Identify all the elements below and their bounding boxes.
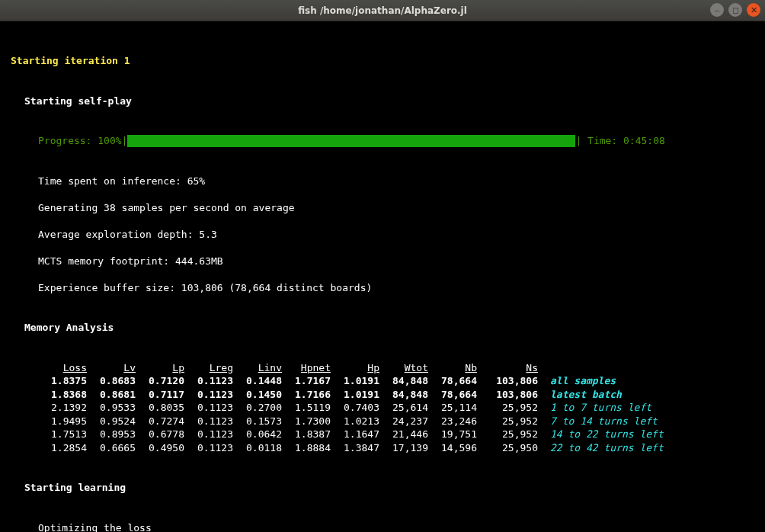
table-row: 1.83750.86830.71200.11230.14481.71671.01… bbox=[0, 374, 765, 388]
selfplay-stat: Experience buffer size: 103,806 (78,664 … bbox=[0, 281, 765, 295]
table-cell: 1.9495 bbox=[38, 415, 87, 428]
row-note: 1 to 7 turns left bbox=[538, 401, 651, 415]
table-header: LossLvLpLregLinvHpnetHpWtotNbNs bbox=[0, 361, 765, 375]
table-cell: 1.8368 bbox=[38, 388, 87, 402]
table-cell: 0.1573 bbox=[233, 415, 282, 428]
table-cell: 0.1123 bbox=[184, 415, 233, 428]
selfplay-stat: Time spent on inference: 65% bbox=[0, 175, 765, 188]
terminal-output: Starting iteration 1 Starting self-play … bbox=[0, 21, 765, 532]
table-cell: 0.2700 bbox=[233, 401, 282, 415]
table-cell: 0.0118 bbox=[233, 441, 282, 455]
table-cell: 1.2854 bbox=[38, 441, 87, 455]
window-titlebar: fish /home/jonathan/AlphaZero.jl – ◻ ✕ bbox=[0, 0, 765, 21]
table-cell: 19,751 bbox=[428, 428, 477, 441]
table-row: 1.75130.89530.67780.11230.06421.83871.16… bbox=[0, 428, 765, 441]
table-cell: 25,952 bbox=[477, 401, 538, 415]
table-cell: 0.1123 bbox=[184, 374, 233, 388]
table-cell: 1.7300 bbox=[282, 415, 331, 428]
column-header: Nb bbox=[428, 361, 477, 375]
table-cell: 1.8884 bbox=[282, 441, 331, 455]
table-cell: 103,806 bbox=[477, 374, 538, 388]
table-cell: 0.7120 bbox=[136, 374, 184, 388]
optimizing-header: Optimizing the loss bbox=[0, 521, 765, 533]
selfplay-stat: MCTS memory footprint: 444.63MB bbox=[0, 255, 765, 268]
table-cell: 1.5119 bbox=[282, 401, 331, 415]
table-cell: 1.8387 bbox=[282, 428, 331, 441]
table-cell: 1.7167 bbox=[282, 374, 331, 388]
table-cell: 0.6665 bbox=[87, 441, 136, 455]
selfplay-stat: Average exploration depth: 5.3 bbox=[0, 228, 765, 242]
table-cell: 0.8953 bbox=[87, 428, 136, 441]
iteration-header: Starting iteration 1 bbox=[0, 54, 765, 68]
column-header: Linv bbox=[233, 361, 282, 375]
table-cell: 84,848 bbox=[379, 388, 428, 402]
table-cell: 0.7403 bbox=[331, 401, 379, 415]
table-cell: 17,139 bbox=[379, 441, 428, 455]
table-cell: 0.0642 bbox=[233, 428, 282, 441]
selfplay-progress: Progress: 100%|| Time: 0:45:08 bbox=[0, 134, 765, 148]
memory-table: LossLvLpLregLinvHpnetHpWtotNbNs1.83750.8… bbox=[0, 361, 765, 455]
maximize-icon[interactable]: ◻ bbox=[728, 3, 742, 17]
column-header: Ns bbox=[477, 361, 538, 375]
table-cell: 14,596 bbox=[428, 441, 477, 455]
table-cell: 0.1448 bbox=[233, 374, 282, 388]
table-cell: 103,806 bbox=[477, 388, 538, 402]
progress-label: Progress: 100% bbox=[38, 134, 122, 148]
minimize-icon[interactable]: – bbox=[710, 3, 724, 17]
table-cell: 1.1647 bbox=[331, 428, 379, 441]
table-cell: 1.7166 bbox=[282, 388, 331, 402]
table-cell: 0.8683 bbox=[87, 374, 136, 388]
close-icon[interactable]: ✕ bbox=[747, 3, 760, 17]
table-cell: 25,614 bbox=[379, 401, 428, 415]
column-header: Lv bbox=[87, 361, 136, 375]
table-cell: 0.8681 bbox=[87, 388, 136, 402]
table-cell: 23,246 bbox=[428, 415, 477, 428]
table-cell: 1.0213 bbox=[331, 415, 379, 428]
selfplay-header: Starting self-play bbox=[0, 95, 765, 108]
progress-time: Time: 0:45:08 bbox=[581, 134, 665, 148]
row-note: 14 to 22 turns left bbox=[538, 428, 664, 441]
row-note: 22 to 42 turns left bbox=[538, 441, 664, 455]
table-cell: 0.1123 bbox=[184, 401, 233, 415]
table-cell: 78,664 bbox=[428, 388, 477, 402]
table-cell: 0.1450 bbox=[233, 388, 282, 402]
table-cell: 25,114 bbox=[428, 401, 477, 415]
table-row: 1.28540.66650.49500.11230.01181.88841.38… bbox=[0, 441, 765, 455]
table-cell: 0.1123 bbox=[184, 388, 233, 402]
progress-bar bbox=[127, 135, 575, 147]
table-cell: 1.8375 bbox=[38, 374, 87, 388]
table-cell: 24,237 bbox=[379, 415, 428, 428]
selfplay-stat: Generating 38 samples per second on aver… bbox=[0, 201, 765, 215]
table-cell: 25,952 bbox=[477, 428, 538, 441]
column-header: Lreg bbox=[184, 361, 233, 375]
table-cell: 84,848 bbox=[379, 374, 428, 388]
table-cell: 0.9524 bbox=[87, 415, 136, 428]
column-header: Hp bbox=[331, 361, 379, 375]
column-header: Loss bbox=[38, 361, 87, 375]
table-cell: 1.7513 bbox=[38, 428, 87, 441]
table-cell: 25,952 bbox=[477, 415, 538, 428]
table-row: 1.83680.86810.71170.11230.14501.71661.01… bbox=[0, 388, 765, 402]
window-title: fish /home/jonathan/AlphaZero.jl bbox=[298, 5, 467, 16]
table-cell: 0.8035 bbox=[136, 401, 184, 415]
table-row: 1.94950.95240.72740.11230.15731.73001.02… bbox=[0, 415, 765, 428]
column-header: Lp bbox=[136, 361, 184, 375]
row-note: 7 to 14 turns left bbox=[538, 415, 658, 428]
table-cell: 0.6778 bbox=[136, 428, 184, 441]
table-cell: 78,664 bbox=[428, 374, 477, 388]
row-note: latest batch bbox=[538, 388, 622, 402]
table-cell: 0.4950 bbox=[136, 441, 184, 455]
table-cell: 1.0191 bbox=[331, 374, 379, 388]
row-note: all samples bbox=[538, 374, 616, 388]
table-cell: 0.9533 bbox=[87, 401, 136, 415]
table-cell: 1.3847 bbox=[331, 441, 379, 455]
window-controls: – ◻ ✕ bbox=[710, 3, 760, 17]
table-cell: 1.0191 bbox=[331, 388, 379, 402]
table-cell: 0.7117 bbox=[136, 388, 184, 402]
memory-header: Memory Analysis bbox=[0, 321, 765, 335]
table-cell: 21,446 bbox=[379, 428, 428, 441]
learning-header: Starting learning bbox=[0, 481, 765, 495]
column-header: Wtot bbox=[379, 361, 428, 375]
table-cell: 25,950 bbox=[477, 441, 538, 455]
table-cell: 2.1392 bbox=[38, 401, 87, 415]
